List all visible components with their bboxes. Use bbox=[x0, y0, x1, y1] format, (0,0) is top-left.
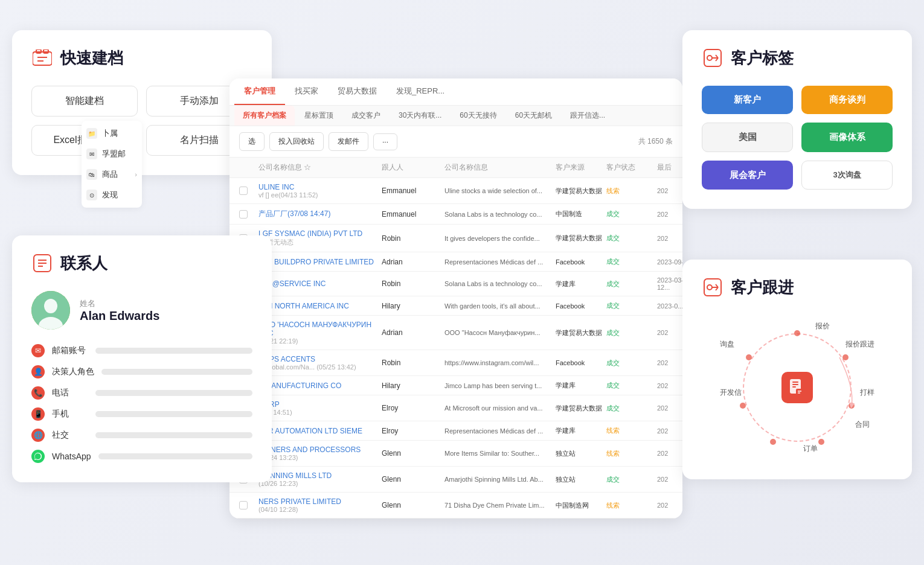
subtab-deal[interactable]: 成交客户 bbox=[343, 106, 389, 126]
row-checkbox[interactable] bbox=[239, 187, 256, 195]
table-row[interactable]: SPINNING MILLS LTD (10/26 12:23) Glenn A… bbox=[229, 467, 682, 493]
tab-customer-manage[interactable]: 客户管理 bbox=[234, 78, 285, 105]
smart-archive-button[interactable]: 智能建档 bbox=[31, 86, 138, 117]
row-date: 2023-0... bbox=[657, 302, 682, 310]
row-status: 成交 bbox=[606, 359, 655, 368]
table-row[interactable]: IES @SERVICE INC Robin Solana Labs is a … bbox=[229, 272, 682, 296]
row-status: 成交 bbox=[606, 301, 655, 310]
table-row[interactable]: F&F BUILDPRO PRIVATE LIMITED Adrian Repr… bbox=[229, 252, 682, 272]
table-row[interactable]: 产品厂厂(37/08 14:47) Emmanuel Solana Labs i… bbox=[229, 204, 682, 225]
phone-label: 电话 bbox=[52, 388, 88, 398]
social-label: 社交 bbox=[52, 430, 88, 441]
field-whatsapp: WhatsApp bbox=[31, 450, 252, 463]
row-desc: https://www.instagram.com/wil... bbox=[444, 359, 553, 366]
table-row[interactable]: ООО 'НАСОСН МАНУФАКЧУРИН PVC (03/21 22:1… bbox=[229, 316, 682, 350]
sidebar-item-discover[interactable]: ⊙ 发现 bbox=[86, 190, 137, 200]
tab-find-buyer[interactable]: 找买家 bbox=[285, 78, 328, 105]
archive-buttons-grid: 智能建档 手动添加 Excel批量导入 名片扫描 bbox=[31, 86, 252, 156]
tag-usa[interactable]: 美国 bbox=[702, 123, 793, 152]
row-status: 线索 bbox=[606, 501, 655, 510]
toolbar-send-email-btn[interactable]: 发邮件 bbox=[329, 132, 368, 151]
table-row[interactable]: PINNERS AND PROCESSORS (11/24 13:23) Gle… bbox=[229, 441, 682, 467]
row-owner: Adrian bbox=[382, 258, 442, 266]
email-label: 邮箱账号 bbox=[52, 345, 88, 356]
tags-grid: 新客户 商务谈判 美国 画像体系 展会客户 3次询盘 bbox=[702, 86, 893, 190]
toolbar-recycle-btn[interactable]: 投入回收站 bbox=[269, 132, 324, 151]
role-icon: 👤 bbox=[31, 365, 45, 378]
toolbar-more-btn[interactable]: ··· bbox=[373, 133, 397, 150]
field-mobile: 📱 手机 bbox=[31, 407, 252, 421]
row-desc: 71 Disha Dye Chem Private Lim... bbox=[444, 502, 553, 509]
row-checkbox[interactable] bbox=[239, 501, 256, 509]
sidebar-item-mail[interactable]: ✉ 孚盟邮 bbox=[86, 148, 137, 159]
row-owner: Robin bbox=[382, 279, 442, 288]
subtab-60days-no-mail[interactable]: 60天无邮机 bbox=[507, 106, 560, 126]
tag-exhibition-customer[interactable]: 展会客户 bbox=[702, 161, 793, 190]
customer-tags-card: 客户标签 新客户 商务谈判 美国 画像体系 展会客户 3次询盘 bbox=[682, 30, 912, 209]
row-status: 线索 bbox=[606, 449, 655, 458]
row-date: 202 bbox=[657, 476, 682, 483]
row-owner: Robin bbox=[382, 234, 442, 243]
page-wrapper: 快速建档 智能建档 手动添加 Excel批量导入 名片扫描 📁 卜属 ✉ 孚盟邮… bbox=[0, 0, 924, 565]
sidebar-item-goods[interactable]: 🛍 商品 › bbox=[86, 169, 137, 180]
goods-icon: 🛍 bbox=[86, 169, 97, 180]
col-source: 客户来源 bbox=[556, 162, 604, 173]
subtab-filter[interactable]: 跟开信选... bbox=[562, 106, 614, 126]
tab-discover[interactable]: 发现_REPR... bbox=[387, 78, 454, 105]
row-date: 202 bbox=[657, 329, 682, 336]
table-body: ULINE INC vf [] ee(04/13 11:52) Emmanuel… bbox=[229, 178, 682, 519]
table-main-tabs: 客户管理 找买家 贸易大数据 发现_REPR... bbox=[229, 78, 682, 106]
row-source: Facebook bbox=[556, 302, 604, 310]
sidebar-label-goods: 商品 bbox=[102, 169, 118, 180]
subtab-star[interactable]: 星标置顶 bbox=[296, 106, 342, 126]
row-owner: Robin bbox=[382, 359, 442, 367]
row-date: 202 bbox=[657, 502, 682, 509]
toolbar-select-btn[interactable]: 选 bbox=[239, 132, 265, 151]
row-source: Facebook bbox=[556, 359, 604, 366]
sidebar-label-mail: 孚盟邮 bbox=[102, 148, 126, 159]
row-checkbox[interactable] bbox=[239, 210, 256, 219]
contact-card: 联系人 姓名 Alan Edwards ✉ 邮箱账号 👤 bbox=[12, 235, 272, 482]
table-sub-tabs: 所有客户档案 星标置顶 成交客户 30天内有联... 60天无接待 60天无邮机… bbox=[229, 106, 682, 126]
table-row[interactable]: AMPS ACCENTS @Global.com/Na... (05/25 13… bbox=[229, 350, 682, 376]
table-row[interactable]: CORP 1/19 14:51) Elroy At Microsoft our … bbox=[229, 395, 682, 421]
table-row[interactable]: LGF SYSMAC (INDIA) PVT LTD ② 暂无动态 Robin … bbox=[229, 225, 682, 252]
subtab-30days[interactable]: 30天内有联... bbox=[390, 106, 450, 126]
contact-title: 联系人 bbox=[60, 253, 107, 274]
tag-portrait-system[interactable]: 画像体系 bbox=[801, 123, 893, 152]
row-date: 202 bbox=[657, 187, 682, 194]
subtab-all[interactable]: 所有客户档案 bbox=[234, 106, 295, 126]
tag-new-customer[interactable]: 新客户 bbox=[702, 86, 793, 114]
row-company: & MANUFACTURING CO bbox=[258, 381, 379, 390]
field-phone: 📞 电话 bbox=[31, 386, 252, 400]
contact-header: 联系人 bbox=[31, 252, 252, 274]
tab-trade-bigdata[interactable]: 贸易大数据 bbox=[328, 78, 387, 105]
row-owner: Glenn bbox=[382, 501, 442, 509]
phone-icon: 📞 bbox=[31, 386, 45, 400]
row-date: 202 bbox=[657, 427, 682, 435]
cycle-diagram: 报价 报价跟进 打样 合同 订单 开发信 询盘 bbox=[719, 315, 876, 460]
tags-title: 客户标签 bbox=[731, 48, 794, 69]
table-row[interactable]: NERS PRIVATE LIMITED (04/10 12:28) Glenn… bbox=[229, 493, 682, 519]
svg-point-13 bbox=[707, 56, 712, 60]
row-owner: Elroy bbox=[382, 404, 442, 412]
contact-name: Alan Edwards bbox=[80, 309, 159, 323]
sidebar-item-folder[interactable]: 📁 卜属 bbox=[86, 128, 137, 139]
subtab-60days-no-contact[interactable]: 60天无接待 bbox=[451, 106, 505, 126]
col-status: 客户状态 bbox=[606, 162, 655, 173]
table-row[interactable]: & MANUFACTURING CO Hilary Jimco Lamp has… bbox=[229, 376, 682, 395]
col-date: 最后 bbox=[657, 162, 682, 173]
tag-business-negotiation[interactable]: 商务谈判 bbox=[801, 86, 893, 114]
row-desc: With garden tools, it's all about... bbox=[444, 302, 553, 310]
contact-name-label: 姓名 bbox=[80, 298, 159, 309]
contact-fields: ✉ 邮箱账号 👤 决策人角色 📞 电话 📱 手机 🌐 社交 bbox=[31, 344, 252, 463]
tag-3-inquiries[interactable]: 3次询盘 bbox=[801, 161, 893, 190]
row-date: 202 bbox=[657, 404, 682, 412]
table-row[interactable]: VER AUTOMATION LTD SIEME Elroy Represent… bbox=[229, 421, 682, 441]
row-status: 成交 bbox=[606, 475, 655, 484]
phone-value-bar bbox=[95, 390, 252, 396]
table-row[interactable]: ULINE INC vf [] ee(04/13 11:52) Emmanuel… bbox=[229, 178, 682, 204]
col-owner: 跟人人 bbox=[382, 162, 442, 173]
table-row[interactable]: IISN NORTH AMERICA INC Hilary With garde… bbox=[229, 296, 682, 316]
row-company: PINNERS AND PROCESSORS (11/24 13:23) bbox=[258, 445, 379, 461]
